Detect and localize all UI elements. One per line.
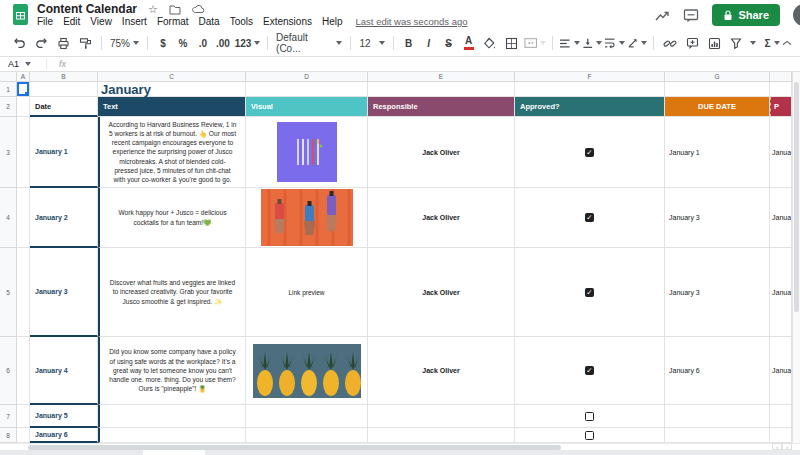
sheets-logo-icon[interactable] [9,3,32,26]
due-date-cell-empty[interactable] [665,428,770,443]
visual-cell[interactable] [246,337,368,405]
due-date-cell[interactable]: January 6 [665,337,770,405]
checkbox[interactable] [585,288,594,297]
date-cell[interactable]: January 6 [30,428,98,443]
row-header-4[interactable]: 4 [0,188,17,248]
menu-tools[interactable]: Tools [225,16,258,27]
insert-link-button[interactable] [660,33,680,53]
col-header-e[interactable]: E [368,72,515,82]
active-sheet-tab-clipped[interactable] [143,450,205,455]
increase-decimal-button[interactable]: .00 [213,33,233,53]
checkbox[interactable] [585,412,594,421]
insert-comment-button[interactable] [682,33,702,53]
publish-cell-clipped[interactable]: Janua [770,188,792,248]
paint-format-button[interactable] [75,33,95,53]
col-header-d[interactable]: D [246,72,368,82]
scroll-right-arrow[interactable]: › [782,443,792,450]
menu-insert[interactable]: Insert [117,16,152,27]
date-cell[interactable]: January 4 [30,337,98,405]
checkbox[interactable] [585,366,594,375]
decrease-decimal-button[interactable]: .0 [193,33,213,53]
visual-cell-empty[interactable] [246,405,368,428]
header-publish-cell-clipped[interactable]: P [770,97,792,117]
collapse-toolbar-icon[interactable] [782,41,792,46]
checkbox[interactable] [585,431,594,440]
zoom-select[interactable]: 75% [107,38,142,49]
cell-h1[interactable] [770,82,792,97]
checkbox[interactable] [585,148,594,157]
date-cell[interactable]: January 2 [30,188,98,248]
cell-a8[interactable] [17,428,30,443]
menu-format[interactable]: Format [152,16,194,27]
cell-a3[interactable] [17,117,30,188]
row-header-1[interactable]: 1 [0,82,17,97]
vertical-scrollbar[interactable] [792,72,800,443]
visual-cell[interactable] [246,117,368,188]
text-color-button[interactable]: A [459,33,479,53]
month-title-cell[interactable]: January [98,82,246,97]
menu-edit[interactable]: Edit [58,16,85,27]
text-wrap-button[interactable] [604,33,625,53]
text-cell[interactable]: Did you know some company have a policy … [98,337,246,405]
col-header-g[interactable]: G [665,72,770,82]
cell-e1[interactable] [368,82,515,97]
link-preview-label[interactable]: Link preview [288,289,324,296]
horizontal-align-button[interactable] [559,33,580,53]
cell-a4[interactable] [17,188,30,248]
print-button[interactable] [53,33,73,53]
menu-file[interactable]: File [32,16,58,27]
formula-input[interactable] [76,57,800,71]
responsible-cell[interactable]: Jack Oliver [368,337,515,405]
row-header-3[interactable]: 3 [0,117,17,188]
share-button[interactable]: Share [712,4,780,26]
functions-button[interactable]: Σ [762,33,782,53]
more-formats-button[interactable]: 123 [233,33,262,53]
due-date-cell[interactable]: January 3 [665,188,770,248]
col-header-b[interactable]: B [30,72,98,82]
font-size-select[interactable]: 12 [356,38,387,49]
approved-cell[interactable] [515,188,665,248]
format-currency-button[interactable]: $ [153,33,173,53]
insights-icon[interactable] [654,8,670,23]
sheet-tab-bar-clipped[interactable] [0,450,800,455]
text-cell[interactable]: Work happy hour + Jusco = delicious cock… [98,188,246,248]
approved-cell[interactable] [515,405,665,428]
format-percent-button[interactable]: % [173,33,193,53]
due-date-cell[interactable]: January 3 [665,248,770,337]
fill-color-button[interactable] [480,33,500,53]
row-header-2[interactable]: 2 [0,97,17,117]
responsible-cell[interactable]: Jack Oliver [368,248,515,337]
checkbox[interactable] [585,213,594,222]
cell-a7[interactable] [17,405,30,428]
filter-button[interactable] [726,33,746,53]
publish-cell-empty[interactable] [770,405,792,428]
text-cell[interactable]: Discover what fruits and veggies are lin… [98,248,246,337]
vertical-align-button[interactable] [582,33,603,53]
cell-f1[interactable] [515,82,665,97]
last-edit-link[interactable]: Last edit was seconds ago [356,16,468,27]
comment-history-icon[interactable] [683,8,699,23]
name-box[interactable]: A1 [0,59,46,69]
header-date-cell[interactable]: Date [30,97,98,117]
document-title[interactable]: Content Calendar [37,2,137,16]
due-date-cell-empty[interactable] [665,405,770,428]
visual-cell[interactable] [246,188,368,248]
publish-cell-clipped[interactable]: Janua [770,117,792,188]
menu-extensions[interactable]: Extensions [258,16,317,27]
italic-button[interactable]: I [419,33,439,53]
filter-views-caret[interactable] [750,41,756,45]
cell-g1[interactable] [665,82,770,97]
cell-a5[interactable] [17,248,30,337]
publish-cell-empty[interactable] [770,428,792,443]
responsible-cell[interactable]: Jack Oliver [368,188,515,248]
visual-cell-empty[interactable] [246,428,368,443]
text-cell-empty[interactable] [98,405,246,428]
cell-b1[interactable] [30,82,98,97]
approved-cell[interactable] [515,117,665,188]
borders-button[interactable] [502,33,522,53]
col-header-c[interactable]: C [98,72,246,82]
corner-cell[interactable] [0,72,17,82]
text-cell-empty[interactable] [98,428,246,443]
merge-cells-button[interactable] [524,33,546,53]
strikethrough-button[interactable]: S [439,33,459,53]
